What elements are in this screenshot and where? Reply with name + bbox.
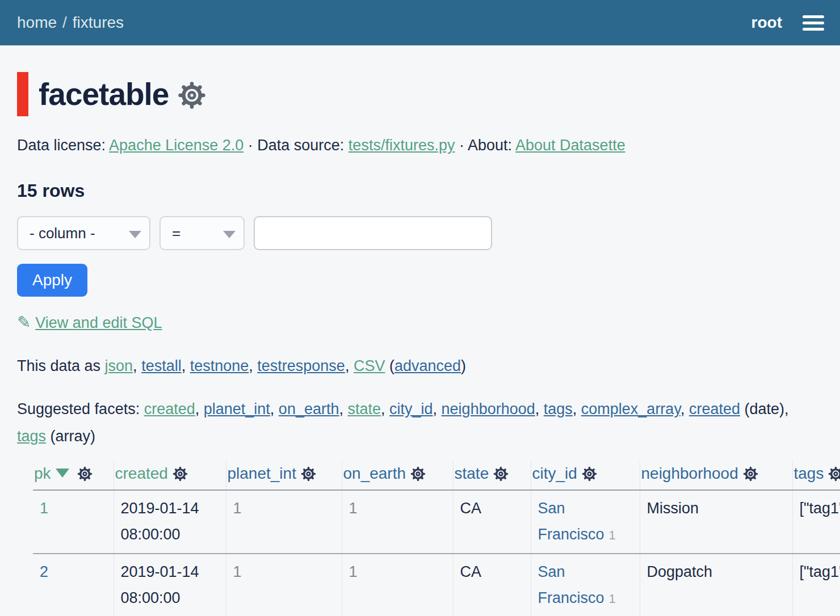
breadcrumb: home/fixtures	[17, 14, 124, 32]
view-edit-sql-link[interactable]: View and edit SQL	[35, 314, 162, 331]
filter-column-select[interactable]: - column -	[17, 216, 150, 250]
source-label: Data source:	[257, 137, 348, 154]
facet-link-planet-int[interactable]: planet_int	[204, 400, 270, 417]
facet-link-neighborhood[interactable]: neighborhood	[442, 400, 535, 417]
cell-tags: ["tag1", "tag3"]	[792, 554, 840, 616]
column-link-tags[interactable]: tags	[794, 465, 824, 482]
column-gear-icon[interactable]	[743, 466, 758, 482]
filter-operator-select[interactable]: =	[159, 216, 245, 250]
export-link-testall[interactable]: testall	[141, 357, 182, 374]
cell-on-earth: 1	[342, 490, 453, 554]
city-link[interactable]: San Francisco	[538, 500, 604, 543]
cell-state: CA	[453, 554, 531, 616]
cell-city-id: San Francisco1	[531, 490, 640, 554]
suggested-facets-row: Suggested facets: created, planet_int, o…	[17, 395, 800, 450]
column-link-planet-int[interactable]: planet_int	[228, 465, 296, 482]
row-count: 15 rows	[17, 180, 823, 201]
cell-neighborhood: Dogpatch	[640, 554, 792, 616]
cell-pk: 2	[33, 554, 114, 616]
menu-icon[interactable]	[803, 13, 824, 33]
apply-button[interactable]: Apply	[17, 264, 87, 297]
column-link-on-earth[interactable]: on_earth	[343, 465, 406, 482]
cell-state: CA	[453, 490, 531, 554]
export-link-json[interactable]: json	[105, 357, 133, 374]
column-header-on-earth: on_earth	[342, 461, 453, 490]
cell-pk: 1	[33, 490, 114, 554]
breadcrumb-home[interactable]: home	[17, 14, 57, 31]
sort-desc-icon[interactable]	[56, 469, 69, 478]
breadcrumb-fixtures[interactable]: fixtures	[73, 14, 124, 31]
export-prefix: This data as	[17, 357, 105, 374]
facet-link-state[interactable]: state	[347, 400, 381, 417]
export-links-row: This data as json, testall, testnone, te…	[17, 355, 823, 377]
title-accent-bar	[17, 72, 28, 116]
row-pk-link[interactable]: 2	[40, 563, 48, 580]
facet-link-tags[interactable]: tags	[544, 400, 573, 417]
breadcrumb-separator: /	[62, 14, 67, 31]
column-link-neighborhood[interactable]: neighborhood	[641, 465, 738, 482]
table-header-row: pk created planet_int on_earth state	[33, 461, 840, 490]
export-link-advanced[interactable]: advanced	[394, 357, 461, 374]
facet-link-created-date[interactable]: created	[689, 400, 740, 417]
page-title-row: facetable	[17, 71, 823, 117]
facet-link-complex-array[interactable]: complex_array	[581, 400, 681, 417]
about-label: About:	[468, 137, 515, 154]
column-header-tags: tags	[792, 461, 840, 490]
column-link-pk[interactable]: pk	[34, 465, 51, 482]
column-link-city-id[interactable]: city_id	[532, 465, 577, 482]
metadata-line: Data license: Apache License 2.0 · Data …	[17, 135, 823, 155]
export-link-csv[interactable]: CSV	[354, 357, 385, 374]
cell-created: 2019-01-14 08:00:00	[114, 490, 226, 554]
cell-created: 2019-01-14 08:00:00	[114, 554, 226, 616]
facet-link-tags-array[interactable]: tags	[17, 428, 46, 445]
pencil-icon: ✎	[17, 313, 31, 332]
table-row: 2 2019-01-14 08:00:00 1 1 CA San Francis…	[33, 554, 840, 616]
cell-on-earth: 1	[342, 554, 453, 616]
column-gear-icon[interactable]	[582, 466, 597, 482]
table-row: 1 2019-01-14 08:00:00 1 1 CA San Francis…	[33, 490, 840, 554]
export-link-testnone[interactable]: testnone	[190, 357, 249, 374]
column-link-created[interactable]: created	[115, 465, 168, 482]
license-label: Data license:	[17, 137, 109, 154]
column-gear-icon[interactable]	[173, 466, 188, 482]
cell-planet-int: 1	[226, 490, 342, 554]
data-table-container: pk created planet_int on_earth state	[33, 461, 840, 616]
column-gear-icon[interactable]	[828, 466, 840, 482]
city-id-raw: 1	[609, 528, 616, 542]
filter-row: - column - =	[17, 216, 823, 250]
user-label[interactable]: root	[751, 14, 782, 32]
source-link[interactable]: tests/fixtures.py	[348, 137, 455, 154]
license-link[interactable]: Apache License 2.0	[109, 137, 243, 154]
main-content: facetable Data license: Apache License 2…	[0, 71, 840, 616]
column-header-created: created	[114, 461, 226, 490]
facets-prefix: Suggested facets:	[17, 400, 144, 417]
facet-link-created[interactable]: created	[144, 400, 195, 417]
about-link[interactable]: About Datasette	[515, 137, 625, 154]
column-gear-icon[interactable]	[301, 466, 316, 482]
top-nav: home/fixtures root	[0, 0, 840, 45]
column-header-pk: pk	[33, 461, 114, 490]
cell-tags: ["tag1", "tag2"]	[792, 490, 840, 554]
dot-separator: ·	[455, 137, 468, 154]
page-title: facetable	[39, 76, 169, 112]
cell-planet-int: 1	[226, 554, 342, 616]
column-header-city-id: city_id	[531, 461, 640, 490]
column-gear-icon[interactable]	[493, 466, 509, 482]
column-gear-icon[interactable]	[77, 466, 93, 482]
facet-link-city-id[interactable]: city_id	[389, 400, 433, 417]
dot-separator: ·	[243, 137, 257, 154]
cell-neighborhood: Mission	[640, 490, 792, 554]
filter-value-input[interactable]	[254, 216, 492, 250]
facet-link-on-earth[interactable]: on_earth	[279, 400, 339, 417]
column-link-state[interactable]: state	[455, 465, 489, 482]
city-id-raw: 1	[609, 592, 616, 606]
column-gear-icon[interactable]	[410, 466, 426, 482]
sql-link-row: ✎View and edit SQL	[17, 313, 823, 332]
table-settings-gear-icon[interactable]	[178, 81, 206, 109]
row-pk-link[interactable]: 1	[40, 500, 48, 517]
city-link[interactable]: San Francisco	[538, 563, 604, 606]
column-header-neighborhood: neighborhood	[640, 461, 792, 490]
column-header-planet-int: planet_int	[226, 461, 342, 490]
data-table: pk created planet_int on_earth state	[33, 461, 840, 616]
export-link-testresponse[interactable]: testresponse	[257, 357, 345, 374]
